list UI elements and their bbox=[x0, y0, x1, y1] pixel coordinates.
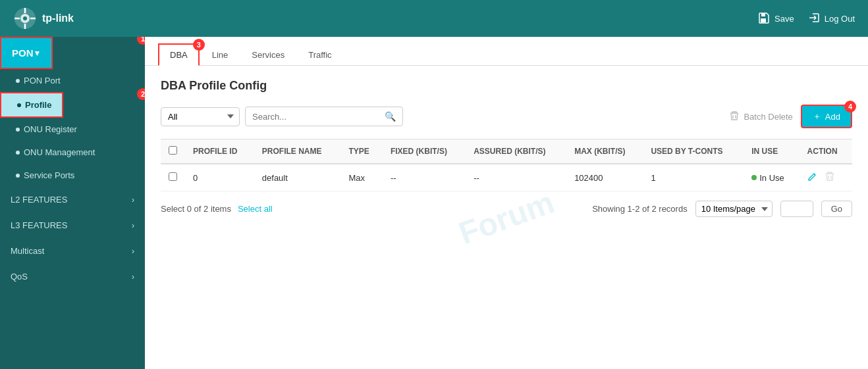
logout-label: Log Out bbox=[825, 14, 855, 24]
trash-icon bbox=[729, 111, 740, 123]
sidebar-item-service-ports[interactable]: Service Ports bbox=[0, 164, 145, 187]
th-profile-id: PROFILE ID bbox=[185, 139, 254, 164]
table-row: 0 default Max -- -- bbox=[161, 164, 852, 191]
sidebar-item-onu-register[interactable]: ONU Register bbox=[0, 118, 145, 141]
tab-traffic-label: Traffic bbox=[308, 50, 331, 60]
cell-profile-id: 0 bbox=[185, 164, 254, 191]
pon-label: PON bbox=[12, 47, 34, 59]
sidebar-item-onu-management[interactable]: ONU Management bbox=[0, 141, 145, 164]
delete-row-button[interactable] bbox=[825, 171, 835, 184]
onu-management-dot-icon bbox=[16, 151, 20, 155]
batch-delete-label: Batch Delete bbox=[744, 112, 792, 122]
pon-port-label: PON Port bbox=[24, 76, 61, 86]
l3-chevron-icon: › bbox=[132, 221, 134, 230]
save-label: Save bbox=[774, 14, 794, 24]
toolbar-right: Batch Delete ＋ Add 4 bbox=[729, 105, 852, 128]
cell-max: 102400 bbox=[566, 164, 643, 191]
badge-4: 4 bbox=[844, 101, 856, 112]
main-layout: PON ▼ 1 PON Port Profile 2 ONU Register … bbox=[0, 37, 868, 369]
table-header-row: PROFILE ID PROFILE NAME TYPE FIXED (KBIT… bbox=[161, 139, 852, 164]
l2-features-label: L2 FEATURES bbox=[11, 195, 67, 205]
l3-features-label: L3 FEATURES bbox=[11, 220, 67, 230]
select-count-text: Select 0 of 2 items bbox=[161, 204, 231, 214]
l2-chevron-icon: › bbox=[132, 195, 134, 205]
footer-right: Showing 1-2 of 2 records 10 Items/page G… bbox=[592, 201, 852, 217]
service-ports-dot-icon bbox=[16, 174, 20, 178]
tab-services[interactable]: Services bbox=[240, 44, 296, 66]
th-max: MAX (KBIT/S) bbox=[566, 139, 643, 164]
sidebar-item-profile[interactable]: Profile bbox=[0, 92, 63, 118]
logo-area: tp-link bbox=[13, 7, 74, 30]
tab-traffic[interactable]: Traffic bbox=[297, 44, 342, 66]
save-icon bbox=[757, 11, 771, 26]
cell-fixed: -- bbox=[383, 164, 466, 191]
qos-label: QoS bbox=[11, 272, 28, 282]
sidebar: PON ▼ 1 PON Port Profile 2 ONU Register … bbox=[0, 37, 145, 369]
toolbar: All 🔍 Batch Delete bbox=[161, 105, 852, 128]
sidebar-item-pon-port[interactable]: PON Port bbox=[0, 69, 145, 92]
qos-chevron-icon: › bbox=[132, 272, 134, 282]
page-title: DBA Profile Config bbox=[161, 79, 852, 93]
select-all-link[interactable]: Select all bbox=[238, 204, 273, 214]
top-nav: tp-link Save Log Out bbox=[0, 0, 868, 37]
cell-type: Max bbox=[340, 164, 383, 191]
onu-register-label: ONU Register bbox=[24, 124, 77, 134]
search-icon: 🔍 bbox=[385, 111, 396, 122]
batch-delete-button[interactable]: Batch Delete bbox=[729, 111, 792, 123]
nav-actions: Save Log Out bbox=[757, 11, 855, 26]
sidebar-group-l2[interactable]: L2 FEATURES › bbox=[0, 187, 145, 212]
profile-dot-icon bbox=[17, 103, 21, 107]
cell-action bbox=[800, 164, 852, 191]
in-use-text: In Use bbox=[759, 173, 784, 183]
data-table: PROFILE ID PROFILE NAME TYPE FIXED (KBIT… bbox=[161, 139, 852, 191]
profile-label: Profile bbox=[25, 100, 51, 110]
row-checkbox-cell bbox=[161, 164, 185, 191]
save-button[interactable]: Save bbox=[757, 11, 794, 26]
items-per-page-select[interactable]: 10 Items/page bbox=[695, 201, 773, 217]
logout-button[interactable]: Log Out bbox=[807, 11, 855, 26]
tab-dba-label: DBA bbox=[170, 50, 188, 60]
table-footer: Select 0 of 2 items Select all Showing 1… bbox=[161, 191, 852, 217]
logo-text: tp-link bbox=[42, 12, 74, 24]
content-area: DBA 3 Line Services Traffic Forum DBA Pr… bbox=[145, 37, 868, 369]
th-type: TYPE bbox=[340, 139, 383, 164]
th-profile-name: PROFILE NAME bbox=[254, 139, 341, 164]
service-ports-label: Service Ports bbox=[24, 170, 74, 180]
svg-rect-8 bbox=[761, 18, 766, 22]
svg-rect-7 bbox=[761, 13, 765, 16]
showing-records-text: Showing 1-2 of 2 records bbox=[592, 204, 688, 214]
sidebar-group-qos[interactable]: QoS › bbox=[0, 264, 145, 289]
search-input[interactable] bbox=[252, 112, 381, 122]
page-number-input[interactable] bbox=[780, 201, 813, 217]
plus-icon: ＋ bbox=[813, 111, 821, 122]
logout-icon bbox=[807, 11, 821, 26]
cell-assured: -- bbox=[466, 164, 566, 191]
badge-1: 1 bbox=[137, 37, 145, 45]
tab-line[interactable]: Line bbox=[201, 44, 240, 66]
row-checkbox[interactable] bbox=[169, 172, 177, 181]
th-checkbox bbox=[161, 139, 185, 164]
edit-button[interactable] bbox=[807, 171, 818, 184]
th-assured: ASSURED (KBIT/S) bbox=[466, 139, 566, 164]
cell-profile-name: default bbox=[254, 164, 341, 191]
multicast-chevron-icon: › bbox=[132, 247, 134, 256]
th-action: ACTION bbox=[800, 139, 852, 164]
toolbar-left: All 🔍 bbox=[161, 107, 403, 126]
multicast-label: Multicast bbox=[11, 246, 44, 256]
tab-line-label: Line bbox=[212, 50, 229, 60]
add-label: Add bbox=[825, 112, 840, 122]
in-use-dot-icon bbox=[751, 175, 757, 180]
sidebar-group-l3[interactable]: L3 FEATURES › bbox=[0, 212, 145, 238]
filter-select[interactable]: All bbox=[161, 107, 240, 126]
svg-point-2 bbox=[23, 16, 27, 20]
in-use-badge: In Use bbox=[751, 173, 791, 183]
onu-register-dot-icon bbox=[16, 128, 20, 132]
select-all-checkbox[interactable] bbox=[169, 146, 177, 155]
sidebar-pon-header[interactable]: PON ▼ bbox=[0, 37, 53, 69]
footer-left: Select 0 of 2 items Select all bbox=[161, 204, 273, 214]
tabs-bar: DBA 3 Line Services Traffic bbox=[145, 37, 868, 66]
pon-port-dot-icon bbox=[16, 79, 20, 83]
sidebar-group-multicast[interactable]: Multicast › bbox=[0, 238, 145, 264]
go-button[interactable]: Go bbox=[821, 201, 852, 217]
onu-management-label: ONU Management bbox=[24, 147, 95, 157]
